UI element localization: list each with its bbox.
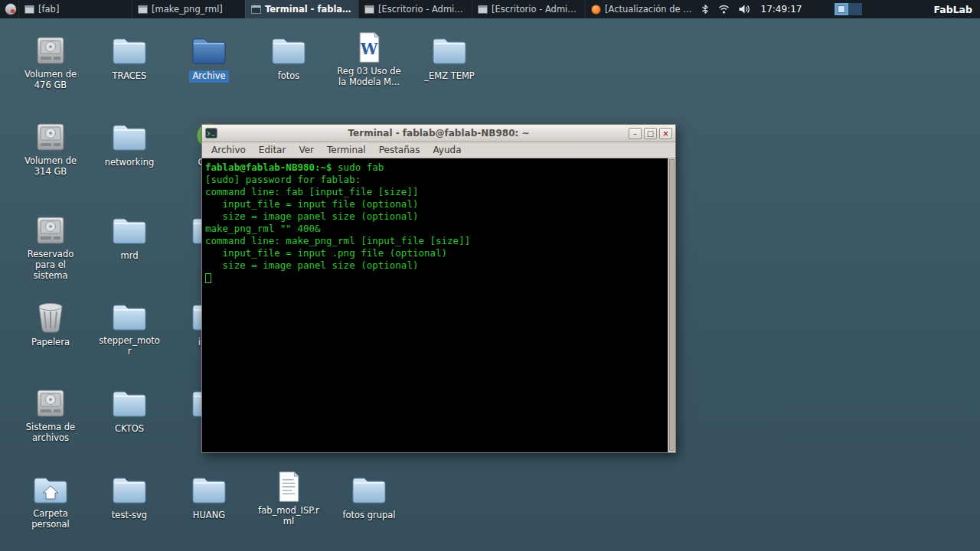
taskbar-item-label: [fab] <box>38 4 59 15</box>
folder-icon <box>191 473 227 507</box>
desktop-icon-traces[interactable]: TRACES <box>93 32 166 83</box>
workspace-2[interactable] <box>848 3 862 15</box>
folder-icon <box>111 300 148 334</box>
desktop-icon-label: Carpeta personal <box>15 508 86 531</box>
desktop-icon-mrd[interactable]: mrd <box>93 212 166 262</box>
desktop-icon-label: fotos <box>275 70 303 83</box>
bluetooth-icon[interactable] <box>700 3 710 15</box>
menu-pestanas[interactable]: Pestañas <box>379 145 420 155</box>
taskbar-item-label: Terminal - fablab@f... <box>265 4 353 15</box>
folder-icon <box>111 120 148 154</box>
clock[interactable]: 17:49:17 <box>761 4 802 15</box>
minimize-button[interactable]: – <box>629 128 642 139</box>
shell-command: sudo fab <box>338 161 384 173</box>
window-icon <box>24 5 34 14</box>
desktop-icon-reservado-sistema[interactable]: Reservado para el sistema <box>14 212 87 282</box>
window-icon <box>364 5 374 14</box>
terminal-icon <box>251 5 261 14</box>
taskbar-item-terminal[interactable]: Terminal - fablab@f... <box>245 0 358 18</box>
desktop-icon-label: _EMZ TEMP <box>421 70 478 83</box>
volume-icon[interactable] <box>737 3 750 15</box>
desktop-icon-fab-mod-isp-rml[interactable]: fab_mod_ISP.rml <box>252 468 325 528</box>
desktop-icon-papelera[interactable]: Papelera <box>14 298 87 349</box>
desktop-icon-label: Archive <box>189 70 228 83</box>
menu-ver[interactable]: Ver <box>299 145 314 155</box>
software-updater-icon <box>591 5 601 15</box>
taskbar-item-actualizacion[interactable]: [Actualización de so... <box>585 0 698 18</box>
trash-icon <box>32 300 69 334</box>
desktop-icon-label: Volumen de 314 GB <box>15 155 86 178</box>
desktop-icon-label: stepper_motor <box>94 335 165 358</box>
close-button[interactable]: × <box>659 128 672 139</box>
menu-ayuda[interactable]: Ayuda <box>433 145 461 155</box>
folder-icon <box>431 34 468 67</box>
terminal-line: command line: make_png_rml [input_file [… <box>205 235 665 247</box>
desktop-icon-label: networking <box>102 157 158 169</box>
drive-icon <box>32 214 69 247</box>
folder-icon <box>111 473 148 507</box>
desktop-icon-label: Sistema de archivos <box>15 422 86 445</box>
menu-terminal[interactable]: Terminal <box>327 145 366 155</box>
desktop-icon-label: fab_mod_ISP.rml <box>253 505 324 528</box>
terminal-titlebar[interactable]: Terminal - fablab@fablab-NB980: ~ – □ × <box>202 125 675 142</box>
desktop-icon-reg03-doc[interactable]: Reg 03 Uso de la Modela M... <box>332 29 406 89</box>
desktop-icon-label: TRACES <box>109 70 150 83</box>
applications-menu-icon <box>4 2 18 16</box>
top-panel: [fab] [make_png_rml] Terminal - fablab@f… <box>0 0 980 18</box>
applications-menu-button[interactable] <box>3 2 18 17</box>
desktop-icon-label: CKTOS <box>112 423 147 435</box>
shell-prompt: fablab@fablab-NB980:~$ <box>205 161 338 173</box>
window-title: Terminal - fablab@fablab-NB980: ~ <box>202 128 675 139</box>
folder-icon <box>351 473 387 507</box>
desktop-icon-fotos[interactable]: fotos <box>252 32 325 83</box>
desktop-icon-sistema-archivos[interactable]: Sistema de archivos <box>14 385 87 445</box>
taskbar-item-escritorio-1[interactable]: [Escritorio - Admini... <box>358 0 472 18</box>
text-document-icon <box>270 470 307 504</box>
menu-editar[interactable]: Editar <box>259 145 286 155</box>
taskbar-item-label: [Actualización de so... <box>605 4 693 15</box>
desktop-icon-label: Reg 03 Uso de la Modela M... <box>334 66 404 89</box>
desktop-icon-carpeta-personal[interactable]: Carpeta personal <box>14 471 87 531</box>
desktop-icon-volumen-314gb[interactable]: Volumen de 314 GB <box>14 119 87 178</box>
folder-icon <box>191 34 227 67</box>
desktop-icon-cktos[interactable]: CKTOS <box>93 385 166 435</box>
drive-icon <box>32 34 69 67</box>
scrollbar-thumb[interactable] <box>669 159 675 451</box>
home-folder-icon <box>32 473 69 507</box>
drive-icon <box>32 386 69 420</box>
workspace-1[interactable] <box>835 3 848 15</box>
desktop-icon-emz-temp[interactable]: _EMZ TEMP <box>413 32 486 83</box>
terminal-console[interactable]: fablab@fablab-NB980:~$ sudo fab [sudo] p… <box>202 158 668 452</box>
desktop-icon-label: HUANG <box>190 510 228 522</box>
window-icon <box>478 5 488 14</box>
terminal-line: size = image panel size (optional) <box>205 259 665 272</box>
desktop: { "colors": { "terminal_green": "#2fc62f… <box>0 0 980 551</box>
workspace-switcher[interactable] <box>834 2 863 16</box>
desktop-icon-test-svg[interactable]: test-svg <box>93 471 166 522</box>
folder-icon <box>111 34 148 67</box>
taskbar-item-label: [Escritorio - Admini... <box>378 4 466 15</box>
terminal-line: make_png_rml "" 400& <box>205 223 665 235</box>
desktop-icon-label: test-svg <box>109 510 150 522</box>
taskbar-item-fab[interactable]: [fab] <box>18 0 132 18</box>
desktop-icon-volumen-476gb[interactable]: Volumen de 476 GB <box>14 32 87 92</box>
desktop-icon-label: fotos grupal <box>339 510 398 522</box>
terminal-scrollbar[interactable] <box>668 158 675 452</box>
folder-icon <box>111 214 148 247</box>
maximize-button[interactable]: □ <box>644 128 657 139</box>
word-document-icon <box>351 31 387 64</box>
desktop-icon-stepper-motor[interactable]: stepper_motor <box>93 298 166 358</box>
desktop-icon-label: Volumen de 476 GB <box>15 69 86 92</box>
taskbar-item-make-png-rml[interactable]: [make_png_rml] <box>132 0 245 18</box>
desktop-icon-archive[interactable]: Archive <box>172 32 246 83</box>
wifi-icon[interactable] <box>717 3 730 15</box>
window-controls: – □ × <box>629 128 672 139</box>
terminal-line: fablab@fablab-NB980:~$ sudo fab <box>205 161 665 174</box>
terminal-line: [sudo] password for fablab: <box>205 174 665 186</box>
taskbar-item-escritorio-2[interactable]: [Escritorio - Admini... <box>472 0 585 18</box>
desktop-icon-networking[interactable]: networking <box>93 119 166 169</box>
desktop-icon-fotos-grupal[interactable]: fotos grupal <box>332 471 406 522</box>
panel-host-label: FabLab <box>933 4 972 15</box>
menu-archivo[interactable]: Archivo <box>211 145 246 155</box>
desktop-icon-huang[interactable]: HUANG <box>172 471 246 522</box>
